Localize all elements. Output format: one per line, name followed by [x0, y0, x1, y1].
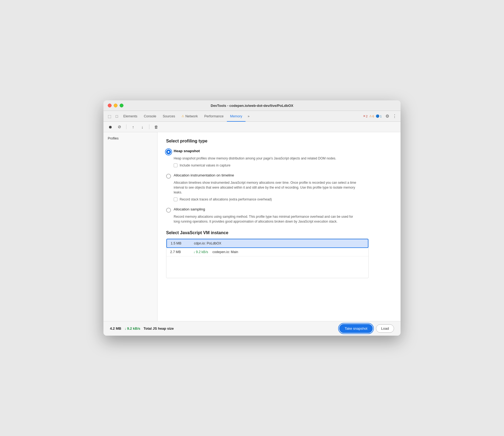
stop-button[interactable]: ⊘	[116, 123, 123, 130]
radio-ring	[165, 148, 172, 155]
warning-badge[interactable]: ⚠ 6	[369, 114, 374, 118]
warning-count-icon: ⚠	[369, 114, 372, 118]
heap-snapshot-row[interactable]: Heap snapshot	[166, 149, 392, 154]
allocation-instrumentation-row[interactable]: Allocation instrumentation on timeline	[166, 173, 392, 179]
tab-elements[interactable]: Elements	[120, 111, 140, 122]
allocation-instrumentation-label: Allocation instrumentation on timeline	[174, 173, 234, 177]
heap-snapshot-label: Heap snapshot	[174, 149, 200, 153]
vm-instance-table: 1.5 MB cdpn.io: PoLdbOX 2.7 MB ↓ 9.2 kB/…	[166, 239, 369, 278]
allocation-instrumentation-desc: Allocation timelines show instrumented J…	[174, 180, 357, 195]
stack-traces-label: Record stack traces of allocations (extr…	[180, 197, 272, 201]
allocation-instrumentation-option: Allocation instrumentation on timeline A…	[166, 173, 392, 201]
download-arrow-icon: ↓	[193, 250, 195, 254]
upload-button[interactable]: ↑	[130, 123, 137, 130]
allocation-sampling-row[interactable]: Allocation sampling	[166, 207, 392, 213]
allocation-sampling-radio[interactable]	[166, 208, 171, 213]
numerical-values-checkbox[interactable]	[174, 164, 177, 167]
total-transfer: ↓ 9.2 kB/s	[125, 326, 140, 331]
error-badges: ✕ 2 ⚠ 6 🔵 1	[361, 114, 384, 118]
radio-unchecked	[166, 174, 171, 179]
info-badge[interactable]: 🔵 1	[376, 114, 382, 118]
sidebar: Profiles	[103, 132, 157, 321]
vm-name-1: cdpn.io: PoLdbOX	[194, 241, 221, 245]
devtools-window: DevTools - codepen.io/web-dot-dev/live/P…	[103, 100, 401, 336]
heap-snapshot-checkbox-row[interactable]: Include numerical values in capture	[174, 164, 392, 167]
tab-network[interactable]: ⚠ Network	[178, 111, 201, 122]
tabbar: ⬚ □ Elements Console Sources ⚠ Network P…	[103, 111, 401, 122]
content-panel: Select profiling type Heap snapshot Heap…	[157, 132, 401, 321]
take-snapshot-button[interactable]: Take snapshot	[339, 324, 373, 333]
stack-traces-checkbox-row[interactable]: Record stack traces of allocations (extr…	[174, 197, 392, 201]
warning-icon: ⚠	[182, 114, 184, 118]
heap-snapshot-desc: Heap snapshot profiles show memory distr…	[174, 156, 357, 161]
load-button[interactable]: Load	[376, 324, 394, 333]
maximize-button[interactable]	[120, 104, 123, 107]
download-button[interactable]: ↓	[139, 123, 146, 130]
vm-empty-area	[166, 256, 368, 278]
error-badge[interactable]: ✕ 2	[363, 114, 368, 118]
traffic-lights	[108, 104, 123, 107]
vm-transfer-2: ↓ 9.2 kB/s	[193, 250, 208, 254]
memory-toolbar: ⏺ ⊘ ↑ ↓ 🗑	[103, 122, 401, 132]
minimize-button[interactable]	[114, 104, 117, 107]
error-icon: ✕	[363, 114, 365, 118]
allocation-sampling-desc: Record memory allocations using sampling…	[174, 214, 357, 224]
main-layout: Profiles Select profiling type Heap snap…	[103, 132, 401, 321]
tab-memory[interactable]: Memory	[227, 111, 246, 122]
close-button[interactable]	[108, 104, 112, 107]
more-tabs-button[interactable]: »	[246, 114, 252, 118]
record-button[interactable]: ⏺	[107, 123, 114, 130]
titlebar: DevTools - codepen.io/web-dot-dev/live/P…	[103, 100, 401, 111]
heap-snapshot-option: Heap snapshot Heap snapshot profiles sho…	[166, 149, 392, 167]
total-size: 4.2 MB	[110, 326, 121, 331]
toolbar-separator-2	[149, 124, 149, 129]
vm-row-cdpn[interactable]: 1.5 MB cdpn.io: PoLdbOX	[166, 239, 368, 248]
tab-sources[interactable]: Sources	[159, 111, 178, 122]
vm-section-title: Select JavaScript VM instance	[166, 230, 392, 235]
bottom-bar: 4.2 MB ↓ 9.2 kB/s Total JS heap size Tak…	[103, 321, 401, 336]
allocation-instrumentation-radio[interactable]	[166, 174, 171, 179]
allocation-sampling-option: Allocation sampling Record memory alloca…	[166, 207, 392, 224]
device-icon[interactable]: □	[113, 111, 120, 122]
more-options-icon[interactable]: ⋮	[391, 114, 398, 119]
tab-console[interactable]: Console	[141, 111, 160, 122]
profiles-label: Profiles	[103, 135, 157, 142]
heap-snapshot-radio[interactable]	[166, 149, 171, 154]
total-download-icon: ↓	[125, 326, 126, 331]
allocation-sampling-label: Allocation sampling	[174, 207, 205, 211]
numerical-values-label: Include numerical values in capture	[180, 164, 230, 167]
stack-traces-checkbox[interactable]	[174, 197, 177, 201]
window-title: DevTools - codepen.io/web-dot-dev/live/P…	[211, 104, 293, 108]
radio-unchecked-2	[166, 208, 171, 213]
info-icon: 🔵	[376, 114, 379, 118]
vm-size-2: 2.7 MB	[170, 250, 189, 254]
profiling-section-title: Select profiling type	[166, 139, 392, 144]
vm-row-codepen[interactable]: 2.7 MB ↓ 9.2 kB/s codepen.io: Main	[166, 248, 368, 256]
clear-button[interactable]: 🗑	[153, 123, 160, 130]
vm-size-1: 1.5 MB	[171, 241, 190, 245]
tab-performance[interactable]: Performance	[201, 111, 227, 122]
total-label: Total JS heap size	[144, 326, 174, 331]
toolbar-separator	[126, 124, 126, 129]
inspector-icon[interactable]: ⬚	[106, 111, 113, 122]
vm-name-2: codepen.io: Main	[212, 250, 238, 254]
settings-icon[interactable]: ⚙	[384, 114, 391, 119]
